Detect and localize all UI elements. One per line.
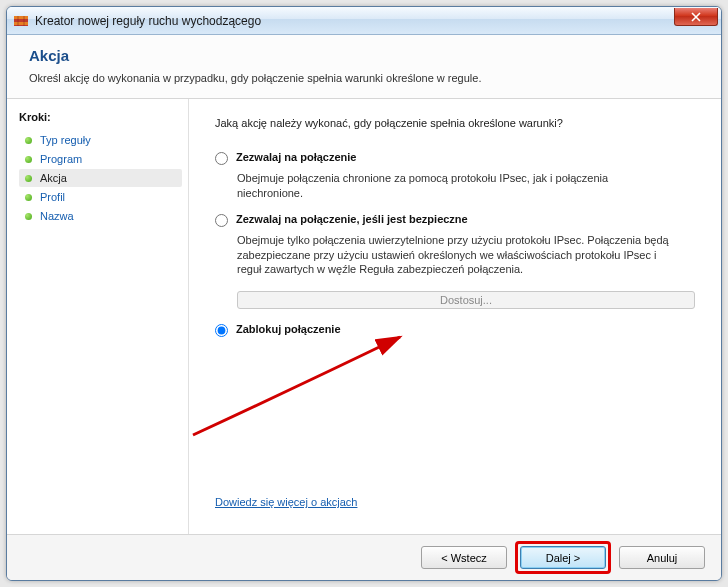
option-allow-title: Zezwalaj na połączenie xyxy=(236,151,356,163)
bullet-icon xyxy=(25,156,32,163)
learn-more: Dowiedz się więcej o akcjach xyxy=(215,496,695,508)
step-program[interactable]: Program xyxy=(19,150,182,168)
step-action[interactable]: Akcja xyxy=(19,169,182,187)
close-icon xyxy=(691,12,701,22)
page-title: Akcja xyxy=(29,47,699,64)
step-name[interactable]: Nazwa xyxy=(19,207,182,225)
next-highlight-box: Dalej > xyxy=(515,541,611,574)
option-allow-secure[interactable]: Zezwalaj na połączenie, jeśli jest bezpi… xyxy=(215,213,695,227)
titlebar: Kreator nowej reguły ruchu wychodzącego xyxy=(7,7,721,35)
learn-more-link[interactable]: Dowiedz się więcej o akcjach xyxy=(215,496,357,508)
step-link[interactable]: Typ reguły xyxy=(40,134,91,146)
main-panel: Jaką akcję należy wykonać, gdy połączeni… xyxy=(189,99,721,534)
svg-rect-2 xyxy=(14,22,28,25)
customize-button: Dostosuj... xyxy=(237,291,695,309)
next-button[interactable]: Dalej > xyxy=(520,546,606,569)
wizard-header: Akcja Określ akcję do wykonania w przypa… xyxy=(7,35,721,99)
svg-rect-1 xyxy=(14,16,28,19)
close-button[interactable] xyxy=(674,8,718,26)
bullet-icon xyxy=(25,194,32,201)
option-allow-secure-title: Zezwalaj na połączenie, jeśli jest bezpi… xyxy=(236,213,468,225)
action-prompt: Jaką akcję należy wykonać, gdy połączeni… xyxy=(215,117,695,129)
wizard-button-bar: < Wstecz Dalej > Anuluj xyxy=(7,534,721,580)
wizard-window: Kreator nowej reguły ruchu wychodzącego … xyxy=(6,6,722,581)
steps-label: Kroki: xyxy=(19,111,182,123)
bullet-icon xyxy=(25,213,32,220)
step-rule-type[interactable]: Typ reguły xyxy=(19,131,182,149)
page-subtitle: Określ akcję do wykonania w przypadku, g… xyxy=(29,72,699,84)
option-allow-secure-desc: Obejmuje tylko połączenia uwierzytelnion… xyxy=(237,233,677,278)
radio-allow-secure[interactable] xyxy=(215,214,228,227)
step-profile[interactable]: Profil xyxy=(19,188,182,206)
wizard-body: Kroki: Typ reguły Program Akcja Profil N… xyxy=(7,99,721,534)
annotation-arrow-icon xyxy=(185,323,415,443)
option-block[interactable]: Zablokuj połączenie xyxy=(215,323,695,337)
radio-allow[interactable] xyxy=(215,152,228,165)
step-link: Akcja xyxy=(40,172,67,184)
step-link[interactable]: Program xyxy=(40,153,82,165)
steps-sidebar: Kroki: Typ reguły Program Akcja Profil N… xyxy=(7,99,189,534)
radio-block[interactable] xyxy=(215,324,228,337)
firewall-icon xyxy=(13,13,29,29)
option-allow-desc: Obejmuje połączenia chronione za pomocą … xyxy=(237,171,677,201)
bullet-icon xyxy=(25,175,32,182)
step-link[interactable]: Profil xyxy=(40,191,65,203)
back-button[interactable]: < Wstecz xyxy=(421,546,507,569)
window-title: Kreator nowej reguły ruchu wychodzącego xyxy=(35,14,674,28)
bullet-icon xyxy=(25,137,32,144)
option-block-title: Zablokuj połączenie xyxy=(236,323,341,335)
option-allow[interactable]: Zezwalaj na połączenie xyxy=(215,151,695,165)
step-link[interactable]: Nazwa xyxy=(40,210,74,222)
cancel-button[interactable]: Anuluj xyxy=(619,546,705,569)
